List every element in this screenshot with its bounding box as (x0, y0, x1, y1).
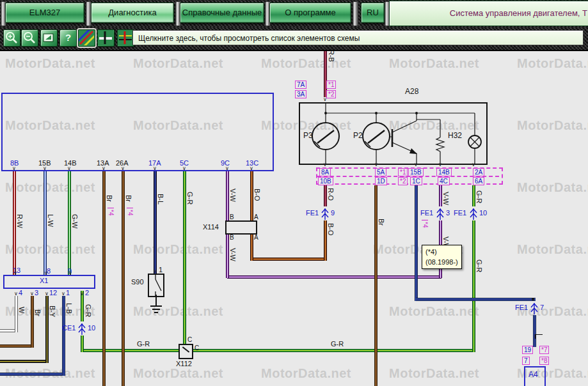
crosshair-dark-icon (98, 30, 113, 45)
tooltip-line: (*4) (425, 247, 458, 257)
system-title: Система управления двигателем, Т (450, 8, 587, 18)
element-list-message-bar[interactable]: Щелкните здесь, чтобы просмотреть список… (132, 30, 584, 45)
wire-color-label: G-R (475, 259, 482, 272)
gauge-label: P3 (303, 132, 313, 139)
splice-arrow-icon[interactable] (78, 321, 86, 336)
x114-label: X114 (203, 224, 219, 231)
x114-box[interactable] (225, 220, 257, 235)
connector-note: *2 (398, 177, 408, 185)
wire-br-26a[interactable] (122, 171, 125, 386)
wire-br-x1[interactable] (31, 296, 34, 348)
splice-number: 7 (540, 304, 544, 311)
toolbar-separator (353, 1, 358, 26)
wire-br-13a[interactable] (102, 171, 106, 386)
wire-colors-button[interactable] (78, 29, 95, 47)
wire-color-label: R-W (16, 214, 23, 228)
splice-arrow-icon[interactable] (321, 206, 329, 220)
splice-arrow-icon[interactable] (436, 206, 444, 220)
lamp-label: H32 (448, 132, 462, 139)
language-button[interactable]: RU (361, 3, 385, 23)
pin-fork-icon: ∨ (414, 162, 418, 167)
wire-color-label: V-W (229, 248, 236, 261)
watermark: MotorData.net (389, 366, 479, 381)
connector-pin: 1C (410, 177, 422, 185)
watermark: MotorData.net (389, 304, 479, 319)
wire-color-label: Br (125, 195, 132, 202)
wire-color-label: B-Y (49, 305, 56, 317)
wire-gr-x1-lower[interactable] (81, 336, 84, 352)
wire-lb-fe17-down[interactable] (533, 315, 536, 347)
wire-note-label: *4 (422, 220, 428, 228)
junction-dot (532, 298, 534, 300)
wire-color-label: R-O (327, 188, 334, 201)
pin-fork-icon: ∨ (102, 166, 106, 171)
wire-lb-horizontal[interactable] (0, 373, 65, 376)
x114-pin: A (254, 235, 258, 241)
wire-color-label: B-O (327, 223, 334, 236)
splice-number: 10 (479, 210, 487, 217)
watermark: MotorData.net (517, 242, 588, 257)
wire-gr-horizontal-left[interactable] (81, 349, 179, 352)
gauge-label: P2 (353, 132, 363, 139)
help-button[interactable]: ? (60, 29, 77, 47)
pin-fork-icon: ∨ (14, 291, 18, 297)
about-button[interactable]: О программе (269, 3, 351, 23)
zoom-in-button[interactable] (3, 29, 20, 47)
splice-number: 10 (88, 325, 95, 332)
x1-pin: 3 (35, 290, 38, 297)
ground-icon (154, 312, 158, 313)
wire-vw-horizontal[interactable] (227, 275, 441, 279)
pin-fork-icon: ∨ (121, 166, 125, 171)
wire-color-label: Br (106, 195, 113, 202)
pin-fork-icon: ∨ (323, 97, 327, 102)
pin-fork-icon: ∨ (12, 166, 16, 171)
wire-gr-horizontal-right[interactable] (193, 349, 473, 352)
reference-data-button[interactable]: Справочные данные (180, 3, 264, 23)
pin-fork-icon: ∨ (44, 271, 48, 276)
watermark: MotorData.net (133, 56, 223, 71)
wire-lc-horizontal[interactable] (416, 298, 536, 301)
x1-pin: 12 (49, 290, 57, 297)
pin-fork-icon: ∨ (80, 291, 84, 297)
watermark: MotorData.net (261, 56, 351, 71)
x112-box[interactable] (179, 344, 193, 359)
wire-color-label: B-O (253, 189, 260, 201)
connector-pin: 10B (318, 177, 333, 185)
wire-by-horizontal[interactable] (0, 360, 49, 363)
pin-fork-icon: ∨ (250, 166, 253, 171)
connector-pin: 2A (473, 168, 484, 176)
wire-gr-fe110-down[interactable] (472, 220, 475, 352)
zoom-out-button[interactable] (21, 29, 38, 47)
connector-pin: 15B (408, 168, 424, 176)
wire-bo-horizontal[interactable] (251, 258, 326, 261)
a4-pin: 7 (522, 357, 530, 365)
wire-lb-1c[interactable] (415, 185, 418, 301)
connector-pin: 1D (375, 177, 387, 185)
diagnostics-button[interactable]: Диагностика (91, 3, 174, 23)
wire-color-label: L-B (65, 303, 72, 314)
wire-bl-17a[interactable] (154, 171, 157, 274)
pin-fork-icon: ∨ (323, 162, 327, 167)
wire-bo-x114-down[interactable] (250, 235, 253, 261)
a4-label: A4 (528, 371, 538, 378)
pin-fork-icon: ∨ (153, 166, 157, 171)
splice-arrow-icon[interactable] (530, 301, 538, 315)
watermark: MotorData.net (517, 56, 588, 71)
wire-br-horizontal[interactable] (0, 344, 34, 348)
wire-w-x1[interactable] (15, 296, 18, 332)
splice-label: FE1 (306, 210, 319, 217)
crosshair-red-button[interactable] (117, 29, 134, 47)
elm327-button[interactable]: ELM327 (5, 3, 84, 23)
top-pin-label: 7A (295, 81, 306, 89)
a4-pin-note: *7 (539, 346, 549, 354)
zoom-in-icon (4, 30, 19, 45)
fit-view-button[interactable] (40, 29, 58, 47)
x1-box[interactable] (3, 275, 95, 289)
wire-br-1d[interactable] (374, 185, 377, 386)
pin-fork-icon: ∨ (374, 162, 378, 167)
splice-arrow-icon[interactable] (470, 206, 477, 220)
fit-view-icon (41, 30, 56, 45)
crosshair-dark-button[interactable] (97, 29, 115, 47)
schematic-canvas[interactable]: MotorData.net MotorData.net MotorData.ne… (0, 0, 588, 386)
x114-pin: B (230, 214, 234, 220)
